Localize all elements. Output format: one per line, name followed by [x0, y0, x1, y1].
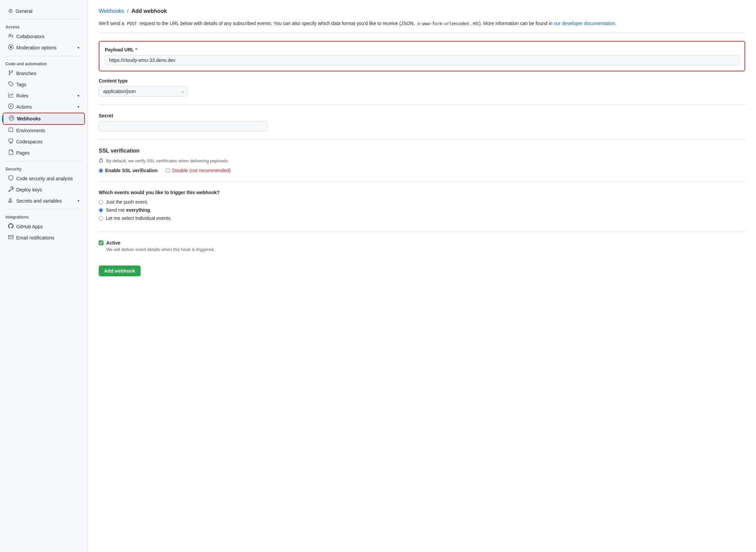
divider4: [5, 209, 82, 209]
sidebar-pages-label: Pages: [16, 150, 30, 156]
sidebar-item-github-apps[interactable]: GitHub Apps: [3, 221, 85, 232]
event-individual-radio[interactable]: [99, 216, 103, 221]
pages-icon: [8, 150, 14, 156]
actions-icon: [8, 104, 14, 110]
sidebar-moderation-label: Moderation options: [16, 45, 56, 50]
environments-icon: [8, 127, 14, 134]
sidebar-codespaces-label: Codespaces: [16, 139, 43, 144]
content-type-select[interactable]: application/json application/x-www-form-…: [99, 86, 187, 96]
sidebar-general-label: General: [16, 8, 32, 14]
sidebar-item-rules[interactable]: Rules ▾: [3, 90, 85, 101]
ssl-enable-text: Enable SSL verification: [105, 168, 158, 173]
sidebar-rules-label: Rules: [16, 93, 28, 98]
sidebar-item-tags[interactable]: Tags: [3, 79, 85, 90]
sidebar-github-apps-label: GitHub Apps: [16, 224, 43, 229]
ssl-enable-label[interactable]: Enable SSL verification: [99, 168, 158, 173]
ssl-enable-radio[interactable]: [99, 168, 103, 173]
sidebar-collaborators-label: Collaborators: [16, 34, 44, 39]
everything-start: Send me: [106, 207, 126, 213]
event-everything-radio[interactable]: [99, 208, 103, 212]
payload-url-label: Payload URL *: [105, 47, 739, 52]
disable-note: (not recommended): [189, 168, 231, 173]
everything-bold: everything: [126, 207, 150, 213]
sidebar-item-moderation[interactable]: Moderation options ▾: [3, 42, 85, 53]
sidebar-item-email-notifications[interactable]: Email notifications: [3, 232, 85, 243]
developer-docs-link[interactable]: our developer documentation: [554, 21, 615, 26]
ssl-disable-radio[interactable]: [166, 168, 170, 173]
event-individual-option: Let me select individual events.: [99, 215, 745, 221]
everything-end: .: [150, 207, 151, 213]
events-title: Which events would you like to trigger t…: [99, 190, 745, 195]
disable-label: Disable: [172, 168, 188, 173]
divider3: [5, 161, 82, 161]
sidebar-item-code-security[interactable]: Code security and analysis: [3, 173, 85, 184]
rules-icon: [8, 92, 14, 99]
actions-chevron-icon: ▾: [77, 105, 79, 109]
sidebar-item-actions[interactable]: Actions ▾: [3, 101, 85, 112]
secret-input[interactable]: [99, 121, 268, 131]
sidebar-item-codespaces[interactable]: Codespaces: [3, 136, 85, 147]
active-checkbox[interactable]: [99, 240, 103, 245]
sidebar-branches-label: Branches: [16, 71, 36, 76]
payload-url-input[interactable]: [105, 55, 739, 65]
code-automation-label: Code and automation: [0, 59, 88, 68]
event-individual-label[interactable]: Let me select individual events.: [106, 215, 172, 221]
ssl-info-text: By default, we verify SSL certificates w…: [106, 158, 229, 163]
divider2: [5, 56, 82, 56]
content-type-wrapper: application/json application/x-www-form-…: [99, 86, 187, 96]
access-section-label: Access: [0, 22, 88, 31]
sidebar-webhooks-label: Webhooks: [17, 116, 41, 121]
moderation-icon: [8, 44, 14, 51]
active-checkbox-label[interactable]: Active: [99, 240, 745, 246]
event-everything-label[interactable]: Send me everything.: [106, 207, 151, 213]
mail-icon: [8, 234, 14, 241]
main-content: Webhooks / Add webhook We'll send a POST…: [88, 0, 756, 552]
integrations-label: Integrations: [0, 212, 88, 221]
secret-label: Secret: [99, 113, 745, 118]
sidebar-actions-label: Actions: [16, 104, 32, 110]
sidebar-item-deploy-keys[interactable]: Deploy keys: [3, 184, 85, 195]
events-section: Which events would you like to trigger t…: [99, 190, 745, 232]
gear-icon: ⚙: [8, 8, 13, 14]
ssl-disable-text: Disable (not recommended): [172, 168, 231, 173]
payload-url-section: Payload URL *: [99, 41, 745, 71]
sidebar-item-pages[interactable]: Pages: [3, 147, 85, 158]
active-label-text: Active: [106, 240, 120, 246]
webhooks-highlight: Webhooks: [3, 113, 85, 125]
active-description: We will deliver event details when this …: [106, 247, 745, 252]
sidebar-item-webhooks[interactable]: Webhooks: [3, 113, 84, 124]
chevron-down-icon: ▾: [77, 45, 79, 50]
add-webhook-button[interactable]: Add webhook: [99, 266, 141, 276]
content-type-section: Content type application/json applicatio…: [99, 78, 745, 105]
webhook-icon: [9, 115, 14, 122]
ssl-options: Enable SSL verification Disable (not rec…: [99, 168, 745, 173]
event-push-label[interactable]: Just the push event.: [106, 199, 148, 205]
webhook-description: We'll send a POST request to the URL bel…: [99, 20, 745, 33]
people-icon: [8, 33, 14, 40]
shield-icon: [8, 175, 14, 182]
security-label: Security: [0, 164, 88, 173]
sidebar-code-security-label: Code security and analysis: [16, 176, 73, 181]
secrets-chevron-icon: ▾: [77, 199, 79, 203]
breadcrumb-current: Add webhook: [132, 8, 167, 14]
rules-chevron-icon: ▾: [77, 93, 79, 98]
sidebar-tags-label: Tags: [16, 82, 26, 87]
sidebar-email-label: Email notifications: [16, 235, 54, 240]
sidebar-item-environments[interactable]: Environments: [3, 125, 85, 136]
post-code: POST: [125, 21, 138, 26]
required-star: *: [135, 47, 137, 52]
asterisk-icon: [8, 198, 14, 204]
ssl-disable-label[interactable]: Disable (not recommended): [166, 168, 231, 173]
urlencoded-code: x-www-form-urlencoded: [416, 21, 470, 26]
sidebar-item-collaborators[interactable]: Collaborators: [3, 31, 85, 42]
ssl-section: SSL verification By default, we verify S…: [99, 148, 745, 182]
sidebar-item-branches[interactable]: Branches: [3, 68, 85, 79]
payload-label-text: Payload URL: [105, 47, 134, 52]
event-push-radio[interactable]: [99, 200, 103, 204]
sidebar-secrets-label: Secrets and variables: [16, 198, 62, 204]
sidebar-environments-label: Environments: [16, 128, 45, 133]
webhooks-breadcrumb-link[interactable]: Webhooks: [99, 8, 124, 14]
sidebar-item-general[interactable]: ⚙ General: [3, 6, 85, 16]
sidebar-item-secrets[interactable]: Secrets and variables ▾: [3, 196, 85, 206]
active-section: Active We will deliver event details whe…: [99, 240, 745, 252]
